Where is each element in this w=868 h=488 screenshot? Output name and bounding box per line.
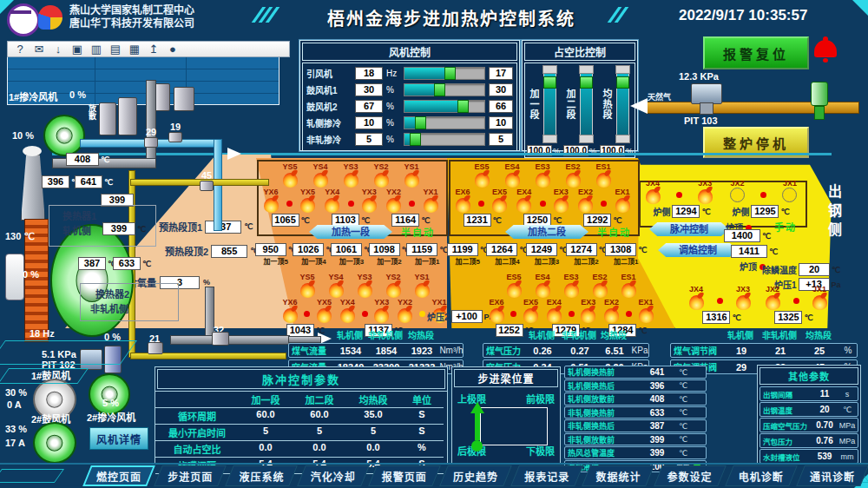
burner[interactable]: EX1 [635,298,656,323]
burner[interactable]: EX5 [521,298,542,323]
burner[interactable]: YS1 [401,162,422,188]
nav-tab[interactable]: 参数设定 [654,465,726,487]
burner[interactable]: YX3 [372,298,392,323]
burner[interactable]: EX6 [452,188,473,213]
duty-slider-handle[interactable] [580,76,593,89]
fan-slider-handle[interactable] [410,133,421,146]
fan-slider[interactable] [404,133,485,146]
burner[interactable]: YS5 [297,273,318,298]
burner[interactable]: YS2 [371,162,391,188]
nav-tab[interactable]: 汽化冷却 [298,465,369,487]
nav-tab[interactable]: 步进页面 [155,465,226,487]
burner[interactable]: EX3 [550,188,571,213]
burner[interactable]: YX3 [358,188,379,213]
pulse-control-button[interactable]: 脉冲控制 [649,222,729,236]
fan-setpoint-box[interactable]: 30 [355,83,383,96]
burner[interactable]: YS3 [340,162,361,188]
toolbar-icon[interactable]: ↓ [51,43,65,56]
burner[interactable]: JX4 [686,285,707,310]
burner[interactable]: ES4 [502,162,523,188]
duty-slider-handle[interactable] [616,76,629,89]
burner[interactable] [760,183,768,204]
burner[interactable] [674,183,683,204]
nav-tab[interactable]: 液压系统 [226,465,297,487]
burner[interactable]: JX2 [727,179,748,204]
cell[interactable]: 0.0 [293,441,346,458]
burner[interactable]: YX6 [279,298,300,323]
burner[interactable] [792,289,800,310]
burner[interactable]: JX3 [733,285,753,310]
toolbar-icon[interactable]: ? [13,43,27,56]
burner[interactable]: EX4 [514,188,535,213]
burner[interactable] [408,192,417,213]
duty-slider[interactable] [580,72,593,136]
burner[interactable]: JX3 [694,179,715,204]
fan-slider-handle[interactable] [434,83,445,96]
fan-slider[interactable] [404,67,485,80]
burner[interactable]: ES1 [593,162,614,188]
burner[interactable] [715,289,724,310]
burner[interactable]: EX5 [490,188,510,213]
alarm-bell-icon[interactable] [814,40,837,57]
burner[interactable]: EX2 [602,298,622,323]
burner[interactable]: YX5 [314,298,335,323]
nav-tab[interactable]: 通讯诊断 [797,465,868,487]
nav-tab[interactable]: 报表记录 [511,465,582,487]
duty-slider-handle[interactable] [543,76,556,89]
burner[interactable]: YX2 [395,298,416,323]
burner[interactable]: YS3 [354,273,375,298]
fan2c-icon[interactable] [89,373,130,415]
burner[interactable] [303,302,312,323]
burner[interactable]: EX2 [575,188,596,213]
fan-detail-button[interactable]: 风机详情 [89,427,148,450]
toolbar-icon[interactable]: ▥ [89,43,103,56]
burner[interactable]: JX1 [779,179,800,204]
burner[interactable]: EX6 [486,298,507,323]
duty-slider[interactable] [616,72,629,136]
burner[interactable]: YX5 [298,188,319,213]
burner[interactable]: EX3 [578,298,599,323]
toolbar-icon[interactable]: ↥ [147,43,161,56]
nav-tab[interactable]: 报警页面 [369,465,440,487]
nav-tab[interactable]: 燃控页面 [83,465,155,487]
nav-tab[interactable]: 数据统计 [582,465,654,487]
cell[interactable]: 35.0 [346,408,400,425]
burner[interactable] [567,302,575,323]
blower2-icon[interactable] [33,422,76,464]
burner[interactable]: ES2 [562,162,583,188]
toolbar-icon[interactable]: ▣ [70,43,84,56]
burner[interactable] [600,192,608,213]
burner[interactable]: YS5 [279,162,300,188]
burner[interactable]: YS1 [411,273,432,298]
burner[interactable]: YX1 [420,188,441,213]
burner[interactable] [477,192,485,213]
burner[interactable] [510,302,518,323]
burner[interactable]: YX4 [322,188,343,213]
burner[interactable] [624,302,633,323]
fan-slider[interactable] [404,83,485,96]
fan-slider[interactable] [404,100,485,113]
burner[interactable]: YS4 [326,273,346,298]
fan-slider-handle[interactable] [444,67,456,80]
burner[interactable]: ES3 [561,273,582,298]
nav-tab[interactable]: 历史趋势 [440,465,511,487]
burner[interactable]: YX6 [260,188,281,213]
burner[interactable]: YX2 [384,188,404,213]
cell[interactable]: 0.0 [239,441,293,458]
cell[interactable]: 5 [239,425,293,441]
toolbar-icon[interactable]: ▤ [108,43,122,56]
nav-tab[interactable]: 电机诊断 [726,465,797,487]
toolbar-icon[interactable]: ▦ [128,43,141,56]
cell[interactable]: 60.0 [239,408,293,425]
fan-slider[interactable] [404,116,485,129]
fan-setpoint-box[interactable]: 5 [355,133,383,146]
burner[interactable]: ES1 [618,273,639,298]
fan-slider-handle[interactable] [415,116,426,129]
burner[interactable]: YS2 [383,273,404,298]
burner[interactable]: ES3 [532,162,553,188]
burner[interactable] [285,192,293,213]
alarm-reset-button[interactable]: 报警复位 [703,36,809,69]
burner[interactable] [360,302,369,323]
duty-slider[interactable] [543,72,556,136]
burner[interactable]: ES5 [503,273,524,298]
